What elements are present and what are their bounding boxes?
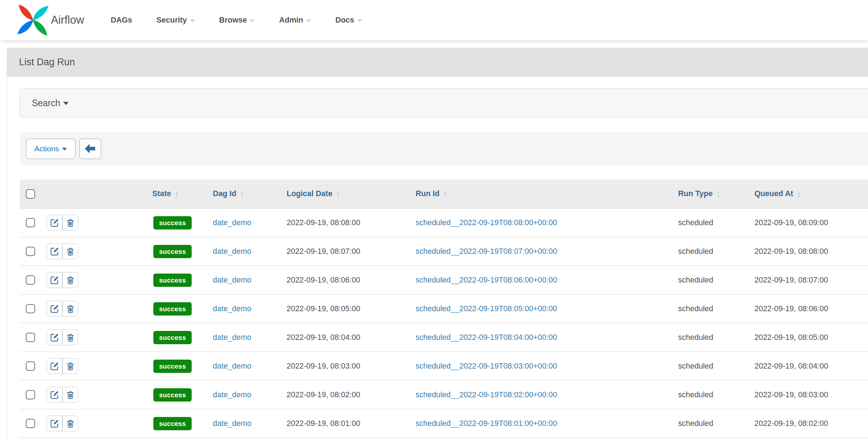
navbar: Airflow DAGs Security Browse Admin Docs (0, 0, 868, 41)
state-badge: success (153, 302, 192, 316)
edit-pencil-icon (50, 419, 59, 428)
row-actions (47, 215, 78, 231)
nav-item[interactable]: Browse (207, 16, 267, 25)
edit-record-button[interactable] (47, 301, 62, 317)
edit-record-button[interactable] (47, 272, 62, 288)
sortable-column-header[interactable]: Logical Date ↕ (287, 189, 416, 199)
sortable-column-header[interactable]: Run Type ↕ (678, 189, 754, 199)
column-header-label: Run Id (416, 189, 440, 198)
nav-item[interactable]: DAGs (99, 16, 144, 25)
logical-date-cell: 2022-09-19, 08:06:00 (287, 266, 416, 294)
run-type-cell: scheduled (678, 323, 754, 352)
nav-item[interactable]: Security (144, 16, 207, 25)
run-id-link[interactable]: scheduled__2022-09-19T08:08:00+00:00 (416, 218, 557, 227)
airflow-brand[interactable]: Airflow (16, 4, 84, 37)
sortable-column-header[interactable]: Run Id ↕ (416, 189, 678, 199)
state-badge: success (153, 274, 192, 287)
select-all-checkbox[interactable] (26, 189, 35, 199)
delete-record-button[interactable] (62, 243, 78, 259)
table-row: success date_demo 2022-09-19, 08:05:00 s… (20, 294, 868, 323)
trash-icon (66, 247, 75, 256)
delete-record-button[interactable] (62, 215, 78, 231)
column-header-label: State (152, 189, 171, 198)
edit-record-button[interactable] (47, 416, 62, 431)
dag-id-link[interactable]: date_demo (213, 362, 251, 370)
search-label: Search (32, 98, 60, 108)
dag-id-link[interactable]: date_demo (213, 390, 251, 399)
sort-icon: ↕ (797, 189, 801, 199)
logical-date-cell: 2022-09-19, 08:04:00 (287, 323, 416, 352)
nav-item-label: Admin (279, 16, 303, 25)
actions-dropdown-button[interactable]: Actions (26, 138, 76, 159)
row-checkbox[interactable] (26, 275, 35, 285)
delete-record-button[interactable] (62, 301, 78, 317)
edit-record-button[interactable] (47, 329, 62, 345)
run-type-cell: scheduled (678, 380, 754, 409)
run-id-link[interactable]: scheduled__2022-09-19T08:05:00+00:00 (416, 304, 557, 313)
row-checkbox[interactable] (26, 218, 35, 227)
nav-item[interactable]: Docs (323, 16, 374, 25)
queued-at-cell: 2022-09-19, 08:08:00 (754, 237, 868, 266)
caret-down-icon (250, 19, 255, 22)
edit-pencil-icon (50, 304, 59, 313)
sortable-column-header[interactable]: Dag Id ↕ (213, 189, 287, 199)
nav-item[interactable]: Admin (267, 16, 323, 25)
delete-record-button[interactable] (62, 416, 78, 431)
run-id-link[interactable]: scheduled__2022-09-19T08:02:00+00:00 (416, 390, 557, 399)
row-actions (47, 416, 78, 431)
trash-icon (66, 276, 75, 285)
row-checkbox[interactable] (26, 247, 35, 256)
dag-id-link[interactable]: date_demo (213, 276, 251, 284)
edit-record-button[interactable] (47, 215, 62, 231)
sortable-column-header[interactable]: Queued At ↕ (754, 189, 868, 199)
sortable-column-header[interactable]: State ↕ (152, 189, 213, 199)
delete-record-button[interactable] (62, 272, 78, 288)
row-checkbox[interactable] (26, 333, 35, 342)
dag-id-link[interactable]: date_demo (213, 304, 251, 313)
sort-icon: ↕ (175, 189, 179, 199)
sort-icon: ↕ (240, 189, 244, 199)
back-button[interactable] (79, 138, 101, 159)
panel-body: Search Actions (7, 77, 868, 438)
table-row: success date_demo 2022-09-19, 08:01:00 s… (20, 409, 868, 438)
run-id-link[interactable]: scheduled__2022-09-19T08:07:00+00:00 (416, 247, 557, 256)
delete-record-button[interactable] (62, 387, 78, 403)
state-badge: success (153, 417, 192, 430)
dag-id-link[interactable]: date_demo (213, 218, 251, 227)
run-id-link[interactable]: scheduled__2022-09-19T08:06:00+00:00 (416, 276, 557, 284)
logical-date-cell: 2022-09-19, 08:03:00 (287, 352, 416, 380)
arrow-left-icon (85, 144, 96, 153)
row-checkbox[interactable] (26, 361, 35, 371)
caret-down-icon (62, 148, 67, 151)
row-actions (47, 243, 78, 259)
run-id-link[interactable]: scheduled__2022-09-19T08:03:00+00:00 (416, 362, 557, 370)
caret-down-icon (190, 19, 195, 22)
delete-record-button[interactable] (62, 358, 78, 374)
brand-title: Airflow (51, 14, 84, 27)
dag-id-link[interactable]: date_demo (213, 419, 251, 428)
dag-id-link[interactable]: date_demo (213, 333, 251, 342)
table-row: success date_demo 2022-09-19, 08:07:00 s… (20, 237, 868, 266)
edit-pencil-icon (50, 218, 59, 227)
edit-record-button[interactable] (47, 243, 62, 259)
run-type-cell: scheduled (678, 294, 754, 323)
airflow-pinwheel-logo-icon (16, 4, 49, 37)
edit-pencil-icon (50, 333, 59, 342)
dag-id-link[interactable]: date_demo (213, 247, 251, 256)
run-id-link[interactable]: scheduled__2022-09-19T08:04:00+00:00 (416, 333, 557, 342)
search-filter-toggle[interactable]: Search (20, 88, 868, 118)
run-id-link[interactable]: scheduled__2022-09-19T08:01:00+00:00 (416, 419, 557, 428)
queued-at-cell: 2022-09-19, 08:02:00 (754, 409, 868, 438)
delete-record-button[interactable] (62, 329, 78, 345)
column-header-label: Logical Date (287, 189, 332, 198)
state-badge: success (153, 388, 192, 402)
row-checkbox[interactable] (26, 304, 35, 313)
trash-icon (66, 362, 75, 371)
column-header-label: Dag Id (213, 189, 236, 198)
edit-record-button[interactable] (47, 358, 62, 374)
row-actions (47, 358, 78, 374)
edit-record-button[interactable] (47, 387, 62, 403)
logical-date-cell: 2022-09-19, 08:08:00 (287, 208, 416, 237)
row-checkbox[interactable] (26, 390, 35, 399)
row-checkbox[interactable] (26, 419, 35, 428)
